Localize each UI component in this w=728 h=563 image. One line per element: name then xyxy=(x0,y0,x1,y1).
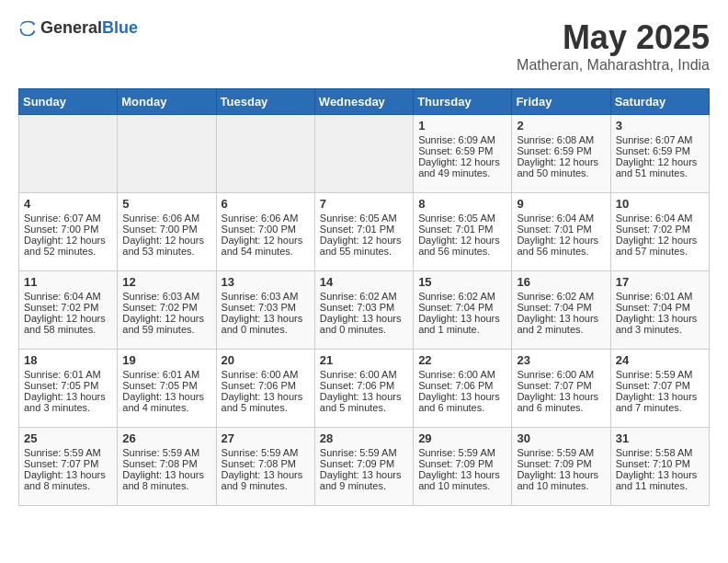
weekday-row: SundayMondayTuesdayWednesdayThursdayFrid… xyxy=(19,89,710,115)
daylight-text: Daylight: 12 hours and 51 minutes. xyxy=(616,156,704,178)
calendar-cell: 29Sunrise: 5:59 AMSunset: 7:09 PMDayligh… xyxy=(414,428,512,506)
daylight-text: Daylight: 13 hours and 4 minutes. xyxy=(122,391,210,413)
calendar-cell: 16Sunrise: 6:02 AMSunset: 7:04 PMDayligh… xyxy=(512,271,610,350)
calendar-cell: 21Sunrise: 6:00 AMSunset: 7:06 PMDayligh… xyxy=(314,350,413,428)
calendar-cell: 31Sunrise: 5:58 AMSunset: 7:10 PMDayligh… xyxy=(610,428,709,506)
daylight-text: Daylight: 12 hours and 53 minutes. xyxy=(122,235,210,257)
sunrise-text: Sunrise: 6:00 AM xyxy=(517,369,605,380)
day-number: 24 xyxy=(616,353,704,367)
title-block: May 2025 Matheran, Maharashtra, India xyxy=(517,18,710,74)
day-number: 20 xyxy=(222,353,310,367)
day-number: 2 xyxy=(517,119,605,132)
week-row-5: 25Sunrise: 5:59 AMSunset: 7:07 PMDayligh… xyxy=(19,428,710,506)
sunset-text: Sunset: 6:59 PM xyxy=(517,145,605,156)
calendar-cell: 27Sunrise: 5:59 AMSunset: 7:08 PMDayligh… xyxy=(216,428,314,506)
sunrise-text: Sunrise: 6:00 AM xyxy=(418,369,506,380)
daylight-text: Daylight: 13 hours and 2 minutes. xyxy=(517,313,605,335)
day-number: 4 xyxy=(24,197,112,211)
sunset-text: Sunset: 7:02 PM xyxy=(616,224,704,235)
day-number: 17 xyxy=(616,275,704,289)
daylight-text: Daylight: 12 hours and 57 minutes. xyxy=(616,235,704,257)
calendar-cell: 19Sunrise: 6:01 AMSunset: 7:05 PMDayligh… xyxy=(118,350,216,428)
sunset-text: Sunset: 7:06 PM xyxy=(418,380,506,391)
sunset-text: Sunset: 7:01 PM xyxy=(517,224,605,235)
sunrise-text: Sunrise: 6:08 AM xyxy=(517,134,605,145)
sunrise-text: Sunrise: 5:59 AM xyxy=(616,369,704,380)
day-number: 13 xyxy=(222,275,310,289)
day-number: 21 xyxy=(320,353,408,367)
sunset-text: Sunset: 7:03 PM xyxy=(222,302,310,313)
sunset-text: Sunset: 7:09 PM xyxy=(517,458,605,469)
sunrise-text: Sunrise: 5:59 AM xyxy=(418,447,506,458)
sunrise-text: Sunrise: 6:03 AM xyxy=(122,291,210,302)
sunset-text: Sunset: 7:04 PM xyxy=(616,302,704,313)
sunrise-text: Sunrise: 6:01 AM xyxy=(122,369,210,380)
sunrise-text: Sunrise: 6:01 AM xyxy=(616,291,704,302)
week-row-3: 11Sunrise: 6:04 AMSunset: 7:02 PMDayligh… xyxy=(19,271,710,350)
weekday-header-thursday: Thursday xyxy=(414,89,512,115)
sunset-text: Sunset: 7:02 PM xyxy=(24,302,112,313)
week-row-2: 4Sunrise: 6:07 AMSunset: 7:00 PMDaylight… xyxy=(19,193,710,271)
daylight-text: Daylight: 12 hours and 50 minutes. xyxy=(517,156,605,178)
daylight-text: Daylight: 13 hours and 9 minutes. xyxy=(222,469,310,491)
day-number: 14 xyxy=(320,275,408,289)
sunrise-text: Sunrise: 6:04 AM xyxy=(24,291,112,302)
sunrise-text: Sunrise: 5:59 AM xyxy=(222,447,310,458)
sunset-text: Sunset: 7:05 PM xyxy=(24,380,112,391)
logo: GeneralBlue xyxy=(18,18,138,38)
calendar-cell: 26Sunrise: 5:59 AMSunset: 7:08 PMDayligh… xyxy=(118,428,216,506)
logo-icon xyxy=(18,19,37,38)
day-number: 18 xyxy=(24,353,112,367)
sunset-text: Sunset: 7:08 PM xyxy=(122,458,210,469)
calendar-cell: 18Sunrise: 6:01 AMSunset: 7:05 PMDayligh… xyxy=(19,350,118,428)
calendar-cell xyxy=(19,115,118,193)
sunset-text: Sunset: 7:00 PM xyxy=(122,224,210,235)
sunrise-text: Sunrise: 6:05 AM xyxy=(418,213,506,224)
daylight-text: Daylight: 13 hours and 5 minutes. xyxy=(320,391,408,413)
sunrise-text: Sunrise: 6:00 AM xyxy=(222,369,310,380)
calendar-cell xyxy=(314,115,413,193)
daylight-text: Daylight: 13 hours and 8 minutes. xyxy=(24,469,112,491)
daylight-text: Daylight: 12 hours and 52 minutes. xyxy=(24,235,112,257)
calendar-cell: 20Sunrise: 6:00 AMSunset: 7:06 PMDayligh… xyxy=(216,350,314,428)
calendar-cell: 5Sunrise: 6:06 AMSunset: 7:00 PMDaylight… xyxy=(118,193,216,271)
sunset-text: Sunset: 7:07 PM xyxy=(517,380,605,391)
daylight-text: Daylight: 13 hours and 3 minutes. xyxy=(24,391,112,413)
sunset-text: Sunset: 7:04 PM xyxy=(517,302,605,313)
calendar-cell: 12Sunrise: 6:03 AMSunset: 7:02 PMDayligh… xyxy=(118,271,216,350)
sunset-text: Sunset: 7:00 PM xyxy=(24,224,112,235)
weekday-header-friday: Friday xyxy=(512,89,610,115)
day-number: 25 xyxy=(24,431,112,445)
day-number: 12 xyxy=(122,275,210,289)
calendar-cell: 22Sunrise: 6:00 AMSunset: 7:06 PMDayligh… xyxy=(414,350,512,428)
calendar-cell xyxy=(118,115,216,193)
day-number: 19 xyxy=(122,353,210,367)
daylight-text: Daylight: 12 hours and 55 minutes. xyxy=(320,235,408,257)
weekday-header-tuesday: Tuesday xyxy=(216,89,314,115)
day-number: 28 xyxy=(320,431,408,445)
day-number: 7 xyxy=(320,197,408,211)
calendar-body: 1Sunrise: 6:09 AMSunset: 6:59 PMDaylight… xyxy=(19,115,710,506)
daylight-text: Daylight: 13 hours and 0 minutes. xyxy=(222,313,310,335)
sunset-text: Sunset: 7:07 PM xyxy=(24,458,112,469)
daylight-text: Daylight: 12 hours and 56 minutes. xyxy=(418,235,506,257)
calendar-title: May 2025 xyxy=(517,18,710,57)
calendar-cell: 11Sunrise: 6:04 AMSunset: 7:02 PMDayligh… xyxy=(19,271,118,350)
calendar-cell: 8Sunrise: 6:05 AMSunset: 7:01 PMDaylight… xyxy=(414,193,512,271)
week-row-1: 1Sunrise: 6:09 AMSunset: 6:59 PMDaylight… xyxy=(19,115,710,193)
sunrise-text: Sunrise: 6:07 AM xyxy=(616,134,704,145)
calendar-subtitle: Matheran, Maharashtra, India xyxy=(517,57,710,74)
day-number: 29 xyxy=(418,431,506,445)
calendar-cell: 13Sunrise: 6:03 AMSunset: 7:03 PMDayligh… xyxy=(216,271,314,350)
calendar-cell: 15Sunrise: 6:02 AMSunset: 7:04 PMDayligh… xyxy=(414,271,512,350)
calendar-cell: 1Sunrise: 6:09 AMSunset: 6:59 PMDaylight… xyxy=(414,115,512,193)
sunset-text: Sunset: 6:59 PM xyxy=(616,145,704,156)
weekday-header-saturday: Saturday xyxy=(610,89,709,115)
sunrise-text: Sunrise: 6:00 AM xyxy=(320,369,408,380)
day-number: 30 xyxy=(517,431,605,445)
sunset-text: Sunset: 7:10 PM xyxy=(616,458,704,469)
sunset-text: Sunset: 7:01 PM xyxy=(418,224,506,235)
day-number: 27 xyxy=(222,431,310,445)
daylight-text: Daylight: 12 hours and 49 minutes. xyxy=(418,156,506,178)
sunset-text: Sunset: 7:01 PM xyxy=(320,224,408,235)
